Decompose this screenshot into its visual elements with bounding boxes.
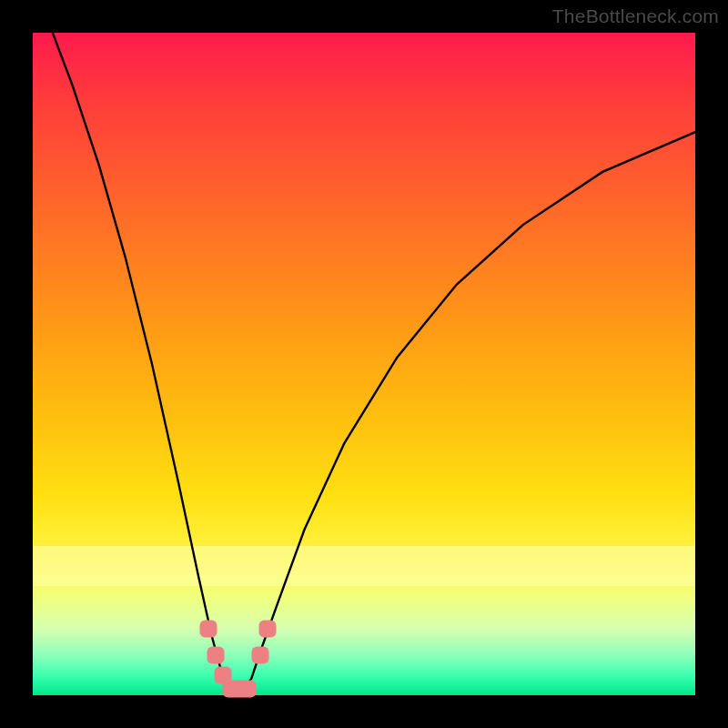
chart-frame: TheBottleneck.com — [0, 0, 728, 728]
data-point — [238, 680, 256, 697]
data-point — [207, 647, 224, 664]
data-points-layer — [33, 33, 695, 695]
plot-area — [33, 33, 695, 695]
data-point — [258, 621, 276, 638]
data-point — [199, 621, 217, 638]
data-point — [252, 647, 269, 664]
watermark-text: TheBottleneck.com — [552, 5, 719, 27]
